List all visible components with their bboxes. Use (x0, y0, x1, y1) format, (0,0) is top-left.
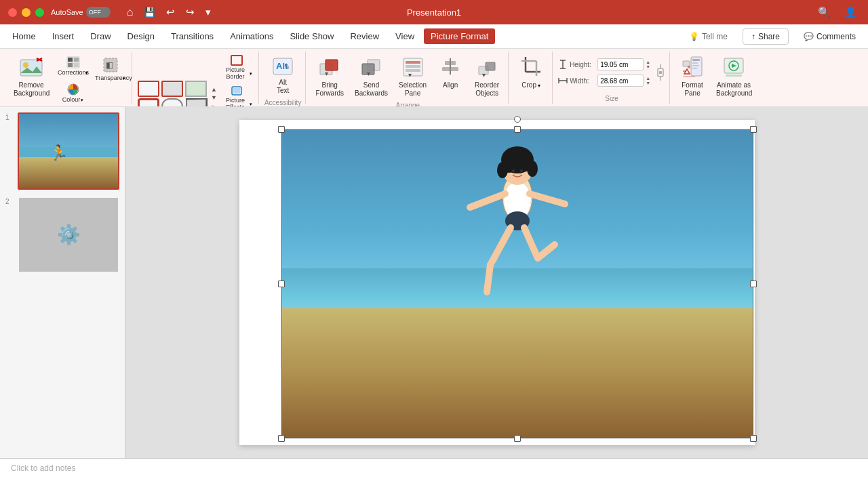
slide-2-icon: ⚙️ (57, 224, 81, 246)
slide-1-sand (19, 157, 118, 188)
selection-pane-button[interactable]: ▾ SelectionPane (395, 53, 431, 100)
menu-design[interactable]: Design (121, 28, 161, 44)
svg-rect-41 (486, 62, 495, 70)
menu-slideshow[interactable]: Slide Show (283, 28, 340, 44)
send-backwards-label: SendBackwards (355, 81, 388, 98)
svg-rect-27 (326, 60, 338, 70)
titlebar-nav: ⌂ 💾 ↩ ↪ ▾ (124, 5, 214, 20)
gallery-expand[interactable]: ⬦ (211, 102, 217, 107)
quick-access-dropdown-icon[interactable]: ▾ (203, 5, 214, 20)
close-button[interactable] (8, 8, 17, 17)
width-up-arrow[interactable]: ▲ (646, 76, 650, 81)
svg-rect-67 (726, 75, 742, 77)
format-pane-button[interactable]: FormatPane (675, 53, 709, 100)
alt-text-button[interactable]: Alt ✎ AltText (266, 53, 300, 98)
minimize-button[interactable] (22, 8, 31, 17)
picture-effects-button[interactable]: Picture Effects ▾ (220, 83, 254, 107)
align-button[interactable]: Align (433, 53, 467, 92)
menu-insert[interactable]: Insert (45, 28, 81, 44)
svg-rect-60 (683, 61, 690, 66)
lightbulb-icon: 💡 (689, 32, 699, 41)
search-icon[interactable]: 🔍 (815, 5, 833, 20)
width-label: Width: (570, 77, 595, 85)
alt-text-label: AltText (277, 79, 289, 95)
corrections-button[interactable]: Corrections ▾ (56, 53, 90, 79)
height-down-arrow[interactable]: ▼ (646, 64, 650, 69)
crop-button[interactable]: Crop ▾ (514, 53, 548, 92)
slide-thumb-1[interactable]: 🏃 (18, 112, 119, 190)
lock-aspect-icon[interactable] (656, 63, 665, 82)
border-options: Picture Border ▾ Picture Effects ▾ (220, 53, 254, 107)
bring-forwards-button[interactable]: ▾ BringForwards (311, 53, 348, 100)
ribbon-group-arrange: ▾ BringForwards ▾ SendBackwards (307, 51, 509, 104)
colour-label: Colour (62, 97, 81, 104)
menu-draw[interactable]: Draw (83, 28, 117, 44)
svg-rect-38 (445, 61, 456, 65)
ribbon-styles-content: ▲ ▼ ⬦ Picture Border ▾ (138, 53, 254, 107)
width-down-arrow[interactable]: ▼ (646, 81, 650, 85)
save-icon[interactable]: 💾 (141, 5, 158, 19)
menu-animations[interactable]: Animations (223, 28, 280, 44)
comments-label: Comments (816, 32, 856, 41)
svg-rect-34 (406, 65, 420, 68)
home-icon[interactable]: ⌂ (124, 5, 136, 20)
style-item-5[interactable] (161, 98, 183, 107)
slide-thumb-container-2: 2 ⚙️ (5, 196, 119, 274)
menu-transitions[interactable]: Transitions (164, 28, 220, 44)
slide-1-preview: 🏃 (19, 114, 118, 188)
bring-forwards-icon: ▾ (319, 56, 340, 80)
slide-image-container[interactable] (280, 128, 755, 440)
user-icon[interactable]: 👤 (842, 5, 860, 20)
height-row: Height: ▲ ▼ (558, 58, 650, 70)
remove-background-button[interactable]: RemoveBackground (9, 53, 53, 100)
picture-border-button[interactable]: Picture Border ▾ (220, 53, 254, 82)
style-item-3[interactable] (185, 81, 207, 97)
crop-dropdown-icon: ▾ (538, 83, 540, 89)
svg-text:◧: ◧ (106, 60, 113, 70)
dimensions-controls: Height: ▲ ▼ Width: (558, 58, 665, 87)
style-item-6[interactable] (186, 98, 208, 107)
slide-number-2: 2 (5, 198, 14, 205)
width-input[interactable] (597, 75, 644, 87)
animate-as-background-button[interactable]: Animate asBackground (712, 53, 755, 100)
ribbon-adjust-content: RemoveBackground Corrections ▾ (9, 53, 127, 107)
share-button[interactable]: ↑ Share (743, 28, 789, 45)
style-item-2[interactable] (161, 81, 183, 97)
ribbon-group-picture-styles: ▲ ▼ ⬦ Picture Border ▾ (134, 51, 259, 104)
effects-dropdown-icon: ▾ (250, 102, 252, 107)
menu-home[interactable]: Home (5, 28, 43, 44)
format-pane-label: FormatPane (682, 81, 703, 98)
transparency-button[interactable]: ◧ Transparency ▾ (93, 54, 127, 85)
height-input[interactable] (597, 58, 644, 70)
reorder-objects-button[interactable]: ▾ ReorderObjects (470, 53, 504, 100)
slide-thumb-2[interactable]: ⚙️ (18, 196, 119, 274)
redo-icon[interactable]: ↪ (183, 5, 197, 20)
colour-button[interactable]: Colour ▾ (56, 80, 90, 106)
format-pane-icon (682, 56, 703, 80)
comments-button[interactable]: 💬 Comments (797, 29, 863, 44)
crop-icon (520, 56, 542, 80)
style-item-4[interactable] (138, 98, 159, 107)
height-up-arrow[interactable]: ▲ (646, 60, 650, 64)
ribbon: RemoveBackground Corrections ▾ (0, 49, 868, 107)
autosave-toggle[interactable]: OFF (86, 7, 111, 18)
share-label: Share (758, 32, 780, 41)
send-backwards-button[interactable]: ▾ SendBackwards (351, 53, 392, 100)
svg-rect-7 (68, 63, 73, 67)
style-item-1[interactable] (138, 81, 159, 97)
svg-rect-0 (20, 60, 42, 76)
undo-icon[interactable]: ↩ (163, 5, 178, 20)
maximize-button[interactable] (35, 8, 44, 17)
menubar-right: 💡 Tell me ↑ Share 💬 Comments (682, 28, 863, 45)
notes-area[interactable]: Click to add notes (0, 458, 868, 477)
svg-line-81 (524, 228, 538, 258)
gallery-scroll-up[interactable]: ▲ (211, 86, 217, 93)
gallery-scroll-down[interactable]: ▼ (211, 94, 217, 101)
tell-me-button[interactable]: 💡 Tell me (682, 29, 734, 44)
menu-review[interactable]: Review (343, 28, 386, 44)
menu-picture-format[interactable]: Picture Format (424, 28, 495, 44)
svg-point-83 (512, 169, 515, 172)
handle-rotate[interactable] (514, 116, 521, 123)
colour-icon (66, 83, 81, 96)
menu-view[interactable]: View (389, 28, 421, 44)
